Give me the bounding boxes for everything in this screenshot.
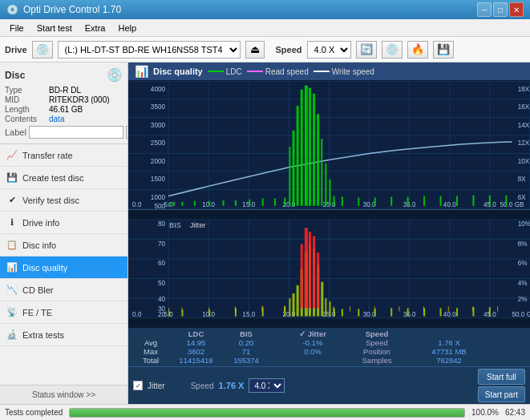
svg-text:50: 50 <box>158 280 166 287</box>
svg-text:1500: 1500 <box>151 176 166 183</box>
stat-avg-ldc: 14.95 <box>170 338 222 347</box>
svg-rect-153 <box>235 307 236 312</box>
drive-icon-btn[interactable]: 💿 <box>32 41 53 59</box>
svg-rect-158 <box>374 307 375 312</box>
burn-button[interactable]: 🔥 <box>407 41 428 59</box>
minimize-button[interactable]: ─ <box>477 2 492 17</box>
svg-rect-149 <box>317 252 319 309</box>
svg-rect-65 <box>330 180 331 206</box>
stat-max-jitter: 0.0% <box>285 347 341 356</box>
progress-fill <box>70 409 464 417</box>
nav-verify-test-disc[interactable]: ✔ Verify test disc <box>0 189 127 212</box>
nav-fe-te-label: FE / TE <box>22 308 52 317</box>
svg-rect-154 <box>262 306 263 312</box>
svg-text:14X: 14X <box>518 122 530 129</box>
sidebar: Disc 💿 Type BD-R DL MID RITEKDR3 (000) L… <box>0 63 128 404</box>
nav-create-test-disc[interactable]: 💾 Create test disc <box>0 167 127 189</box>
progress-percent: 100.0% <box>471 408 499 417</box>
nav-extra-tests[interactable]: 🔬 Extra tests <box>0 324 127 346</box>
svg-text:80: 80 <box>158 220 166 228</box>
disc-section: Disc 💿 Type BD-R DL MID RITEKDR3 (000) L… <box>0 63 127 144</box>
progress-bar-container: Tests completed 100.0% 62:43 <box>0 404 530 420</box>
elapsed-time: 62:43 <box>505 408 525 417</box>
svg-rect-159 <box>399 307 399 312</box>
disc-contents-row: Contents data <box>5 115 123 123</box>
svg-rect-162 <box>472 307 473 312</box>
svg-rect-152 <box>208 308 209 312</box>
start-part-button[interactable]: Start part <box>478 386 525 402</box>
menu-extra[interactable]: Extra <box>79 22 112 34</box>
jitter-checkbox[interactable]: ✓ <box>133 381 143 390</box>
svg-rect-146 <box>305 228 308 309</box>
disc-length-label: Length <box>5 105 49 114</box>
stat-total-bis: 155374 <box>222 356 270 365</box>
close-button[interactable]: ✕ <box>509 2 524 17</box>
disc-button[interactable]: 💿 <box>382 41 403 59</box>
speed-display-select[interactable]: 4.0 X 1.0 X 2.0 X 8.0 X <box>249 378 285 393</box>
speed-select[interactable]: 4.0 X 1.0 X 2.0 X 6.0 X 8.0 X <box>307 41 351 59</box>
stat-header-speed: Speed <box>341 329 413 338</box>
menu-file[interactable]: File <box>3 22 30 34</box>
svg-rect-161 <box>448 307 449 312</box>
nav-cd-bler[interactable]: 📉 CD Bler <box>0 279 127 301</box>
svg-rect-151 <box>181 308 182 312</box>
svg-rect-147 <box>309 232 311 309</box>
svg-rect-156 <box>334 307 334 312</box>
menu-start-test[interactable]: Start test <box>30 22 79 34</box>
svg-text:40.0: 40.0 <box>443 311 456 318</box>
svg-rect-61 <box>313 94 315 206</box>
refresh-button[interactable]: 🔄 <box>356 41 377 59</box>
disc-mid-value: RITEKDR3 (000) <box>49 95 123 104</box>
legend-ldc: LDC <box>208 67 242 76</box>
svg-rect-160 <box>423 307 424 312</box>
svg-rect-77 <box>505 196 507 206</box>
legend-read-speed: Read speed <box>247 67 309 76</box>
drive-toolbar: Drive 💿 (L:) HL-DT-ST BD-RE WH16NS58 TST… <box>0 37 530 63</box>
title-bar: 💿 Opti Drive Control 1.70 ─ □ ✕ <box>0 0 530 19</box>
stat-avg-jitter: -0.1% <box>285 338 341 347</box>
svg-rect-144 <box>489 308 491 317</box>
nav-drive-info[interactable]: ℹ Drive info <box>0 212 127 234</box>
svg-text:3500: 3500 <box>151 103 166 111</box>
drive-select[interactable]: (L:) HL-DT-ST BD-RE WH16NS58 TST4 <box>58 41 241 59</box>
legend-read-speed-label: Read speed <box>265 67 309 76</box>
svg-text:12X: 12X <box>518 139 530 147</box>
svg-text:30.0: 30.0 <box>363 311 376 318</box>
disc-length-row: Length 46.61 GB <box>5 105 123 114</box>
status-text: Tests completed <box>5 408 63 417</box>
svg-text:2000: 2000 <box>151 158 166 165</box>
svg-text:35.0: 35.0 <box>403 201 416 208</box>
start-buttons: Start full Start part <box>478 369 525 402</box>
disc-label-label: Label <box>5 127 26 137</box>
svg-rect-53 <box>274 199 276 206</box>
svg-rect-73 <box>440 196 442 206</box>
svg-rect-48 <box>208 201 210 206</box>
nav-transfer-rate[interactable]: 📈 Transfer rate <box>0 144 127 167</box>
disc-mid-row: MID RITEKDR3 (000) <box>5 95 123 104</box>
maximize-button[interactable]: □ <box>493 2 508 17</box>
fe-te-icon: 📡 <box>6 307 18 318</box>
menu-help[interactable]: Help <box>111 22 143 34</box>
disc-info-icon: 📋 <box>6 240 18 251</box>
progress-track <box>69 408 465 418</box>
main-content: Disc 💿 Type BD-R DL MID RITEKDR3 (000) L… <box>0 63 530 404</box>
disc-header: Disc 💿 <box>5 67 123 83</box>
status-window-button[interactable]: Status window >> <box>0 385 127 404</box>
eject-button[interactable]: ⏏ <box>245 41 265 59</box>
nav-fe-te[interactable]: 📡 FE / TE <box>0 301 127 324</box>
chart-title: Disc quality <box>153 67 203 76</box>
svg-text:6X: 6X <box>518 194 527 201</box>
svg-rect-125 <box>297 285 299 317</box>
stat-samples-value: 762842 <box>413 356 485 365</box>
svg-rect-132 <box>325 298 326 316</box>
svg-rect-131 <box>321 282 323 317</box>
save-button[interactable]: 💾 <box>433 41 454 59</box>
stat-header-bis: BIS <box>222 329 270 338</box>
disc-type-label: Type <box>5 86 49 95</box>
stat-samples-label: Samples <box>341 356 413 365</box>
nav-disc-info[interactable]: 📋 Disc info <box>0 234 127 256</box>
disc-label-input[interactable] <box>29 126 123 139</box>
start-full-button[interactable]: Start full <box>478 369 525 385</box>
nav-disc-quality[interactable]: 📊 Disc quality <box>0 256 127 279</box>
svg-rect-68 <box>358 198 359 206</box>
